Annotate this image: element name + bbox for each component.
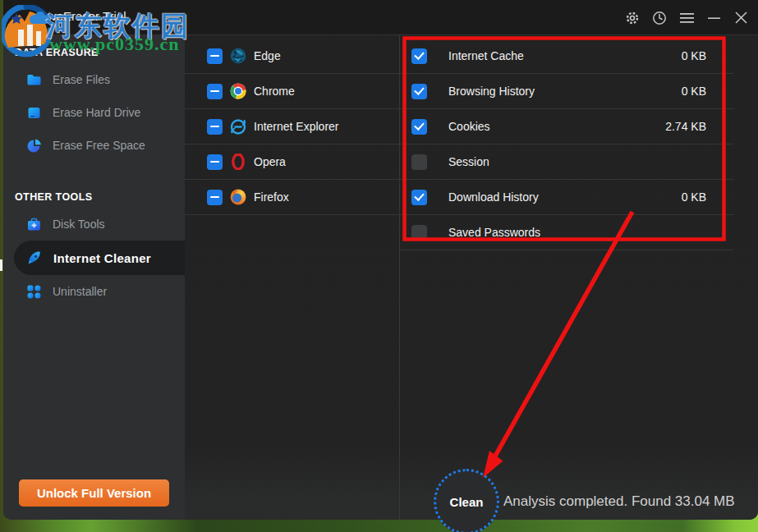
opera-icon <box>230 154 246 170</box>
browser-row-edge[interactable]: Edge <box>185 39 399 74</box>
toolbox-icon <box>26 217 42 232</box>
cleanup-checkbox[interactable] <box>411 154 427 170</box>
browser-name: Internet Explorer <box>254 120 339 133</box>
internet-explorer-icon <box>230 118 246 135</box>
cleanup-label: Internet Cache <box>448 49 524 62</box>
sidebar-item-label: Disk Tools <box>53 218 105 231</box>
cleanup-label: Saved Passwords <box>448 226 540 239</box>
hard-drive-icon <box>26 105 42 121</box>
history-icon[interactable] <box>652 11 667 25</box>
cleanup-row-download-history[interactable]: Download History 0 KB <box>400 180 733 215</box>
sidebar-item-internet-cleaner[interactable]: Internet Cleaner <box>14 241 185 275</box>
sidebar-item-label: Uninstaller <box>53 285 107 298</box>
cleanup-row-browsing-history[interactable]: Browsing History 0 KB <box>400 74 733 109</box>
browser-checkbox[interactable] <box>207 154 223 170</box>
sidebar-item-label: Internet Cleaner <box>53 251 151 265</box>
browser-list: Edge Chrome <box>185 39 399 215</box>
minimize-icon[interactable] <box>706 11 721 25</box>
browser-checkbox[interactable] <box>207 190 223 205</box>
titlebar: AweEraser Trial <box>3 0 758 35</box>
watermark-edge-mark <box>0 259 2 271</box>
cleanup-checkbox[interactable] <box>411 48 427 64</box>
browser-row-internet-explorer[interactable]: Internet Explorer <box>185 109 399 144</box>
browser-row-firefox[interactable]: Firefox <box>185 180 399 215</box>
sidebar: DATA ERASURE Erase Files Erase Hard Driv… <box>3 35 185 520</box>
firefox-icon <box>230 189 246 205</box>
menu-icon[interactable] <box>679 11 694 25</box>
cleanup-label: Download History <box>448 190 539 204</box>
cleanup-size: 0 KB <box>682 49 706 62</box>
pie-chart-icon <box>26 138 42 154</box>
cleanup-row-cookies[interactable]: Cookies 2.74 KB <box>400 109 733 144</box>
browser-row-opera[interactable]: Opera <box>185 144 399 180</box>
clean-button[interactable]: Clean <box>434 469 499 532</box>
browser-checkbox[interactable] <box>207 84 223 99</box>
close-icon[interactable] <box>733 11 748 25</box>
unlock-full-version-button[interactable]: Unlock Full Version <box>19 479 169 507</box>
sidebar-item-uninstaller[interactable]: Uninstaller <box>3 275 185 308</box>
sidebar-item-label: Erase Files <box>53 73 110 86</box>
sidebar-item-disk-tools[interactable]: Disk Tools <box>3 208 185 241</box>
cleanup-checkbox[interactable] <box>411 119 427 135</box>
cleanup-checkbox[interactable] <box>411 190 427 205</box>
cleanup-row-session[interactable]: Session <box>400 144 733 180</box>
window-title: AweEraser Trial <box>39 9 126 23</box>
sidebar-item-erase-files[interactable]: Erase Files <box>3 63 185 96</box>
sidebar-item-label: Erase Hard Drive <box>53 106 140 119</box>
cleanup-label: Cookies <box>448 120 490 133</box>
cleanup-label: Session <box>448 155 489 168</box>
cleanup-row-saved-passwords[interactable]: Saved Passwords <box>400 215 733 250</box>
folder-icon <box>26 72 42 88</box>
browser-name: Firefox <box>254 190 289 204</box>
sidebar-item-erase-hard-drive[interactable]: Erase Hard Drive <box>3 96 185 129</box>
sidebar-item-label: Erase Free Space <box>53 139 145 152</box>
rocket-icon <box>26 250 43 266</box>
cleanup-checkbox[interactable] <box>411 225 427 241</box>
browser-checkbox[interactable] <box>207 119 223 135</box>
browser-name: Opera <box>254 155 286 168</box>
cleanup-label: Browsing History <box>448 85 535 98</box>
cleanup-size: 0 KB <box>682 85 706 98</box>
cleanup-item-list: Internet Cache 0 KB Browsing History 0 K… <box>400 39 733 250</box>
cleanup-size: 0 KB <box>682 190 706 204</box>
browser-name: Chrome <box>254 85 295 98</box>
app-window: AweEraser Trial <box>3 0 758 520</box>
edge-globe-icon <box>230 48 246 64</box>
settings-icon[interactable] <box>625 11 640 25</box>
apps-icon <box>26 284 42 300</box>
titlebar-buttons <box>625 0 748 35</box>
cleanup-size: 2.74 KB <box>665 120 706 133</box>
browser-name: Edge <box>254 49 281 62</box>
analysis-status-text: Analysis completed. Found 33.04 MB <box>503 493 735 510</box>
sidebar-section-data-erasure: DATA ERASURE <box>15 47 185 58</box>
sidebar-section-other-tools: OTHER TOOLS <box>15 191 185 203</box>
cleanup-row-internet-cache[interactable]: Internet Cache 0 KB <box>400 39 733 74</box>
sidebar-item-erase-free-space[interactable]: Erase Free Space <box>3 129 185 162</box>
browser-row-chrome[interactable]: Chrome <box>185 74 399 109</box>
main-content: Edge Chrome <box>185 35 758 520</box>
cleanup-checkbox[interactable] <box>411 84 427 99</box>
browser-checkbox[interactable] <box>207 48 223 64</box>
chrome-icon <box>230 83 246 99</box>
